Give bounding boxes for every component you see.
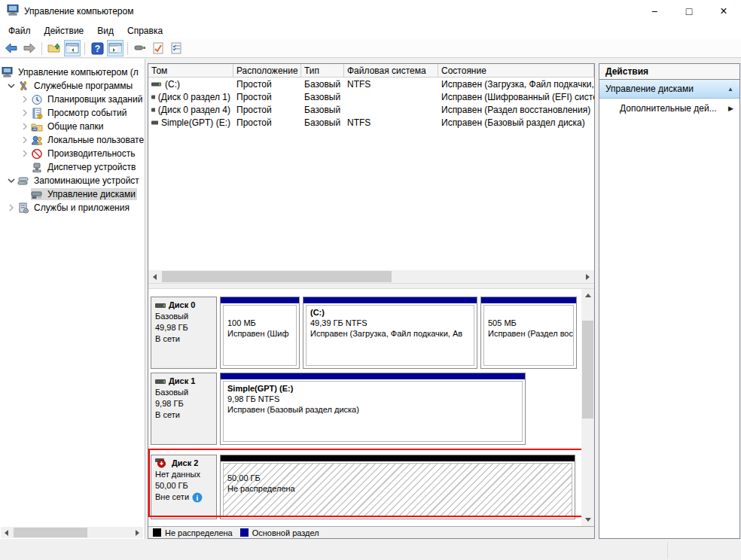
tree-item-local-users[interactable]: Локальные пользовате [0, 133, 145, 147]
info-icon[interactable]: i [192, 492, 203, 503]
console-tree-toggle-icon[interactable] [64, 40, 81, 56]
local-users-icon [31, 135, 43, 146]
column-header-layout[interactable]: Расположение [233, 64, 301, 77]
column-header-volume[interactable]: Том [148, 64, 233, 77]
disk-row-0: Диск 0 Базовый 49,98 ГБ В сети 100 МБ Ис… [151, 297, 581, 369]
toolbar-separator [84, 42, 85, 55]
partition-c-drive[interactable]: (C:) 49,39 ГБ NTFS Исправен (Загрузка, Ф… [303, 297, 477, 369]
volume-row[interactable]: (Диск 0 раздел 1) Простой Базовый Исправ… [148, 90, 594, 103]
disk-2-header[interactable]: Диск 2 Нет данных 50,00 ГБ Вне сети i [151, 455, 217, 519]
table-horizontal-scrollbar[interactable] [148, 270, 594, 283]
partition-recovery[interactable]: 505 МБ Исправен (Раздел вос [480, 297, 577, 369]
tree-item-device-manager[interactable]: Диспетчер устройств [0, 160, 145, 174]
partition-title: (C:) [310, 307, 470, 318]
disk-size: 50,00 ГБ [155, 480, 212, 492]
computer-management-icon [2, 67, 14, 78]
tree-item-label: Общие папки [46, 120, 105, 132]
chevron-down-icon[interactable] [5, 175, 17, 186]
tree-item-computer-management[interactable]: Управление компьютером (л [0, 65, 145, 79]
tree-item-label: Планировщик заданий [46, 93, 144, 105]
diskview-vertical-scrollbar[interactable] [581, 289, 594, 526]
chevron-right-icon[interactable] [18, 121, 31, 132]
tree-item-label: Управление компьютером (л [17, 66, 140, 78]
volume-row[interactable]: (C:) Простой Базовый NTFS Исправен (Загр… [148, 78, 594, 90]
tree-item-shared-folders[interactable]: 22 Общие папки [0, 120, 145, 133]
column-header-status[interactable]: Состояние [438, 64, 594, 77]
partition-color-bar [221, 373, 525, 379]
volume-status: Исправен (Базовый раздел диска) [438, 117, 594, 128]
legend-label: Основной раздел [252, 528, 319, 537]
menu-action[interactable]: Действие [38, 23, 91, 38]
tree-item-label: Диспетчер устройств [46, 161, 137, 173]
tree-item-label: Просмотр событий [46, 107, 128, 119]
help-icon[interactable]: ? [89, 40, 105, 56]
partition-system[interactable]: 100 МБ Исправен (Шиф [220, 297, 300, 369]
disk-size: 49,98 ГБ [155, 322, 212, 333]
tree-item-label: Управление дисками [46, 188, 137, 200]
volume-type: Базовый [301, 92, 344, 102]
scroll-up-icon[interactable] [582, 290, 593, 301]
menu-file[interactable]: Файл [2, 23, 38, 38]
unallocated-space[interactable]: 50,00 ГБ Не распределена [220, 455, 575, 519]
partition-title [227, 307, 292, 318]
partition-title: Simple(GPT) (E:) [227, 383, 518, 394]
chevron-right-icon[interactable] [5, 202, 17, 213]
collapse-arrow-icon[interactable]: ▲ [727, 86, 733, 93]
status-strip [0, 539, 741, 560]
forward-icon[interactable] [21, 40, 38, 56]
actions-group-disk-management[interactable]: Управление дисками ▲ [599, 80, 739, 99]
disk-type: Базовый [155, 387, 212, 398]
tree-item-disk-management[interactable]: Управление дисками [0, 187, 145, 201]
volume-fs: NTFS [344, 79, 438, 90]
partition-color-bar [303, 297, 477, 303]
action-pane-toggle-icon[interactable] [107, 40, 124, 56]
chevron-right-icon[interactable] [18, 108, 31, 118]
volume-icon [151, 94, 155, 100]
chevron-right-icon[interactable] [18, 135, 31, 145]
disk-1-header[interactable]: Диск 1 Базовый 9,98 ГБ В сети [151, 373, 217, 445]
tree-item-services-apps[interactable]: Службы и приложения [0, 201, 145, 215]
scroll-left-icon[interactable] [1, 527, 12, 538]
maximize-button[interactable]: □ [672, 0, 706, 23]
volume-name: Simple(GPT) (E:) [161, 117, 230, 128]
partition-e-drive[interactable]: Simple(GPT) (E:) 9,98 ГБ NTFS Исправен (… [220, 373, 526, 445]
tree-item-event-viewer[interactable]: Просмотр событий [0, 106, 145, 120]
tree-horizontal-scrollbar[interactable] [1, 527, 143, 538]
panel-splitter[interactable] [148, 283, 594, 289]
scrollbar-thumb[interactable] [14, 528, 87, 537]
disk-properties-icon[interactable] [168, 40, 184, 56]
menu-help[interactable]: Справка [120, 23, 169, 38]
scroll-left-icon[interactable] [149, 271, 160, 282]
device-manager-icon [31, 162, 43, 173]
scrollbar-thumb[interactable] [162, 271, 392, 282]
scroll-down-icon[interactable] [582, 514, 593, 525]
tree-item-storage[interactable]: Запоминающие устройст [0, 174, 145, 187]
scroll-right-icon[interactable] [582, 271, 593, 282]
folder-up-icon[interactable] [46, 40, 63, 56]
disk-0-header[interactable]: Диск 0 Базовый 49,98 ГБ В сети [151, 297, 217, 369]
partition-status: Исправен (Базовый раздел диска) [227, 404, 518, 415]
scroll-right-icon[interactable] [132, 527, 143, 538]
tree-item-task-scheduler[interactable]: Планировщик заданий [0, 93, 145, 106]
column-header-type[interactable]: Тип [301, 64, 344, 77]
check-disk-icon[interactable] [150, 40, 166, 56]
volume-icon [151, 120, 158, 126]
actions-item-more-actions[interactable]: Дополнительные дей... ▶ [599, 99, 739, 118]
close-button[interactable]: × [706, 0, 741, 23]
menu-view[interactable]: Вид [90, 23, 120, 38]
disk-name: Диск 1 [169, 376, 195, 387]
back-icon[interactable] [3, 40, 20, 56]
volume-row[interactable]: (Диск 0 раздел 4) Простой Базовый Исправ… [148, 103, 594, 116]
minimize-button[interactable]: − [637, 0, 672, 23]
event-viewer-icon [31, 108, 43, 119]
column-header-filesystem[interactable]: Файловая система [344, 64, 438, 77]
chevron-down-icon[interactable] [5, 81, 17, 91]
volume-row[interactable]: Simple(GPT) (E:) Простой Базовый NTFS Ис… [148, 116, 594, 129]
rescan-disks-icon[interactable] [132, 40, 148, 56]
chevron-right-icon[interactable] [18, 94, 31, 105]
tree-item-system-tools[interactable]: Служебные программы [0, 79, 145, 93]
chevron-right-icon[interactable] [18, 148, 31, 159]
scrollbar-thumb[interactable] [582, 321, 593, 418]
tree-item-performance[interactable]: Производительность [0, 147, 145, 160]
volumes-table-header: Том Расположение Тип Файловая система Со… [148, 64, 594, 78]
